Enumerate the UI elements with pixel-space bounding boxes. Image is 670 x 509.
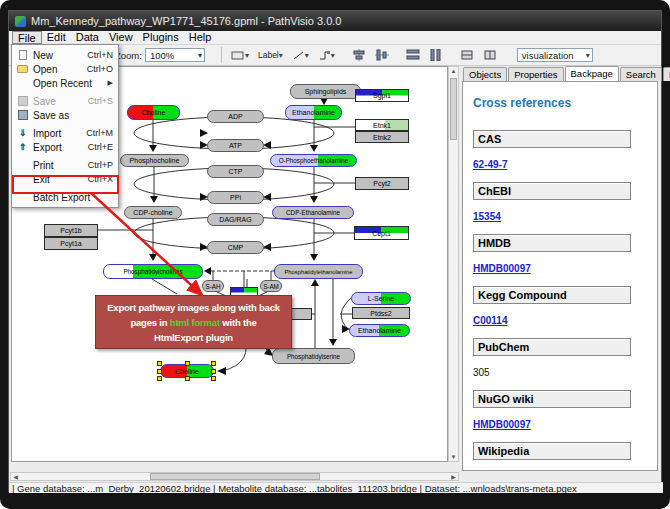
gene-node-pcyt2[interactable]: Pcyt2 (355, 177, 409, 190)
visualization-combobox[interactable]: visualization ▾ (517, 48, 593, 62)
selection-handle[interactable] (211, 376, 216, 381)
chevron-down-icon: ▾ (586, 51, 590, 60)
metabolite-node-cdp-ethanolamine[interactable]: CDP-Ethanolamine (272, 206, 354, 219)
menu-item-exit[interactable]: ExitCtrl+X (12, 172, 118, 186)
connector-tool-button[interactable]: ▾ (315, 47, 338, 64)
selection-handle[interactable] (211, 361, 216, 366)
menu-item-new[interactable]: NewCtrl+N (12, 48, 118, 62)
distribute-vertical-button[interactable] (426, 47, 446, 64)
backpage-section: NuGO wiki HMDB00097 (473, 390, 647, 432)
menu-item-open[interactable]: OpenCtrl+O (12, 62, 118, 76)
selection-handle[interactable] (211, 369, 216, 374)
tab-backpage[interactable]: Backpage (565, 66, 619, 81)
gene-node-pcyt1b[interactable]: Pcyt1b (44, 224, 98, 237)
zoom-combobox[interactable]: 100% ▾ (145, 48, 205, 62)
label-tool-button[interactable]: Label ▾ (255, 47, 286, 64)
scrollbar-track[interactable] (20, 473, 449, 480)
metabolite-node-choline[interactable]: Choline (127, 105, 180, 120)
metabolite-node-cmp[interactable]: CMP (207, 241, 264, 254)
selection-handle[interactable] (157, 369, 162, 374)
menu-item-import[interactable]: ⇓ImportCtrl+M (12, 126, 118, 140)
toolbar-separator (221, 47, 222, 63)
visualization-value: visualization (522, 50, 574, 61)
chevron-down-icon: ▾ (305, 51, 309, 60)
callout-line2: pages in html format with the (96, 315, 291, 330)
chebi-link[interactable]: 15354 (473, 211, 501, 222)
hmdb-link[interactable]: HMDB00097 (473, 263, 531, 274)
menu-item-print[interactable]: PrintCtrl+P (12, 158, 118, 172)
gene-node-pcyt1a[interactable]: Pcyt1a (44, 237, 98, 250)
gene-node-etnk2[interactable]: Etnk2 (355, 131, 409, 143)
nugo-link[interactable]: HMDB00097 (473, 419, 531, 430)
backpage-section: Wikipedia Choline (473, 442, 647, 471)
horizontal-scrollbar[interactable]: ◀ ▶ (10, 472, 459, 481)
metabolite-node-sam[interactable]: S-AM (260, 280, 282, 292)
tab-search[interactable]: Search (620, 67, 662, 81)
common-height-button[interactable] (480, 47, 500, 64)
vertical-scrollbar[interactable]: ▲ ▼ (448, 66, 459, 462)
scrollbar-thumb[interactable] (450, 78, 457, 140)
metabolite-node-phosphatidylserine[interactable]: Phosphatidylserine (272, 348, 355, 364)
tab-legend[interactable]: Legend (663, 67, 670, 81)
metabolite-node-o-phosphoethanolamine[interactable]: O-Phosphoethanolamine (270, 154, 357, 167)
align-center-horizontal-button[interactable] (372, 47, 392, 64)
small-gene-node[interactable] (290, 308, 312, 320)
metabolite-node-adp[interactable]: ADP (207, 110, 264, 123)
menu-item-save-as[interactable]: Save as (12, 108, 118, 122)
metabolite-node-ethanolamine[interactable]: Ethanolamine (285, 105, 342, 120)
metabolite-node-cdp-choline[interactable]: CDP-choline (124, 206, 182, 219)
selection-handle[interactable] (185, 361, 190, 366)
menu-view[interactable]: View (104, 31, 138, 44)
zoom-value: 100% (150, 50, 174, 61)
screenshot-frame: Mm_Kennedy_pathway_WP1771_45176.gpml - P… (0, 0, 670, 509)
common-width-button[interactable] (457, 47, 477, 64)
menu-file[interactable]: File (12, 31, 42, 44)
metabolite-node-phosphatidylethanolamine[interactable]: Phosphatidylethanolamine (274, 264, 363, 279)
menu-item-batch-export[interactable]: Batch Export (12, 190, 118, 204)
datanode-tool-icon (231, 50, 245, 61)
metabolite-node-l-serine[interactable]: L-Serine (351, 292, 411, 305)
scroll-right-icon[interactable]: ▶ (449, 473, 458, 480)
cas-link[interactable]: 62-49-7 (473, 159, 507, 170)
kegg-link[interactable]: C00114 (473, 315, 507, 326)
distribute-horizontal-button[interactable] (403, 47, 423, 64)
metabolite-node-ethanolamine-lower[interactable]: Ethanolamine (349, 324, 410, 337)
tab-properties[interactable]: Properties (508, 67, 563, 81)
menu-edit[interactable]: Edit (42, 31, 71, 44)
annotation-callout: Export pathway images along with back pa… (95, 295, 292, 349)
line-tool-button[interactable]: ▾ (289, 47, 312, 64)
metabolite-node-sah[interactable]: S-AH (202, 280, 224, 292)
selection-handle[interactable] (157, 376, 162, 381)
menu-help[interactable]: Help (184, 31, 217, 44)
metabolite-node-atp[interactable]: ATP (207, 139, 264, 152)
metabolite-node-dag[interactable]: DAG/RAG (207, 213, 264, 226)
scrollbar-thumb[interactable] (150, 473, 320, 480)
gene-node-ptdss2[interactable]: Ptdss2 (352, 307, 410, 319)
gene-node-etnk1[interactable]: Etnk1 (355, 119, 409, 131)
align-center-vertical-button[interactable] (349, 47, 369, 64)
backpage-panel: Cross references CAS 62-49-7 ChEBI 15354… (462, 81, 658, 471)
metabolite-node-ctp[interactable]: CTP (207, 165, 264, 178)
metabolite-node-phosphocholine[interactable]: Phosphocholine (120, 154, 189, 167)
metabolite-node-sphingolipids[interactable]: Sphingolipids (290, 84, 361, 99)
scroll-left-icon[interactable]: ◀ (11, 473, 20, 480)
scroll-down-icon[interactable]: ▼ (449, 454, 458, 460)
datanode-tool-button[interactable]: ▾ (228, 47, 252, 64)
menu-item-export[interactable]: ⇑ExportCtrl+E (12, 140, 118, 154)
callout-line1: Export pathway images along with back (96, 300, 291, 315)
menu-item-open-recent[interactable]: Open Recent▶ (12, 76, 118, 90)
scroll-up-icon[interactable]: ▲ (449, 68, 458, 74)
metabolite-node-ppi[interactable]: PPi (207, 191, 264, 204)
selection-handle[interactable] (185, 376, 190, 381)
menu-plugins[interactable]: Plugins (138, 31, 184, 44)
gene-node-sgpl1[interactable]: Sgpl1 (355, 89, 409, 102)
menu-bar: File Edit Data View Plugins Help (9, 31, 661, 45)
gene-node-cept1[interactable]: Cept1 (354, 226, 409, 240)
menu-item-save[interactable]: SaveCtrl+S (12, 94, 118, 108)
menu-data[interactable]: Data (71, 31, 104, 44)
tab-objects[interactable]: Objects (463, 67, 507, 81)
app-window: Mm_Kennedy_pathway_WP1771_45176.gpml - P… (8, 10, 662, 492)
callout-line3: HtmlExport plugin (96, 330, 291, 345)
metabolite-node-phosphatidylcholines[interactable]: Phosphatidylcholines (103, 264, 203, 279)
selection-handle[interactable] (157, 361, 162, 366)
